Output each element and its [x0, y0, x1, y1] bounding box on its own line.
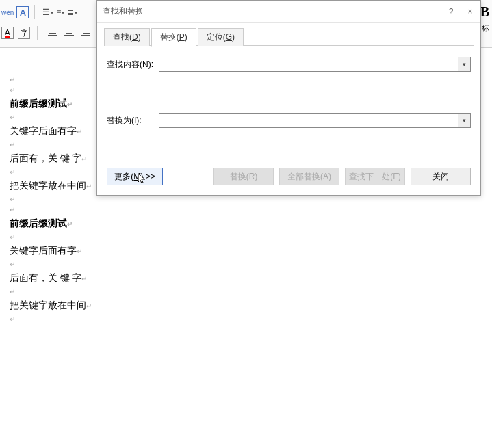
style-label: 标	[482, 23, 489, 34]
find-replace-dialog: 查找和替换 ? × 查找(D) 替换(P) 定位(G) 查找内容(N): ▾ 替…	[96, 0, 481, 196]
replace-one-button[interactable]: 替换(R)	[213, 168, 274, 185]
font-row: wén A ☰▾ ≡▾ ≣▾	[1, 5, 77, 19]
find-label: 查找内容(N):	[107, 59, 159, 70]
separator	[37, 26, 40, 40]
doc-paragraph[interactable]: ↵	[10, 287, 190, 296]
dialog-titlebar[interactable]: 查找和替换 ? ×	[97, 1, 480, 23]
close-icon[interactable]: ×	[465, 7, 475, 16]
doc-paragraph[interactable]: ↵	[10, 260, 190, 269]
align-center-button[interactable]	[63, 27, 75, 39]
replace-input-wrapper: ▾	[159, 113, 471, 128]
find-history-dropdown[interactable]: ▾	[458, 57, 470, 71]
dialog-button-row: 更多(M) >> 替换(R) 全部替换(A) 查找下一处(F) 关闭	[107, 168, 471, 185]
dialog-title: 查找和替换	[103, 5, 446, 17]
find-row: 查找内容(N): ▾	[107, 57, 471, 72]
find-next-button[interactable]: 查找下一处(F)	[345, 168, 405, 185]
close-button-label: 关闭	[432, 171, 449, 183]
replace-input[interactable]	[159, 114, 458, 127]
find-input[interactable]	[159, 57, 458, 71]
tab-replace[interactable]: 替换(P)	[151, 28, 196, 47]
tab-goto-label: 定位(G)	[207, 32, 235, 42]
align-left-button[interactable]	[47, 27, 59, 39]
separator	[34, 5, 37, 19]
doc-paragraph[interactable]: ↵	[10, 233, 190, 241]
replace-row: 替换为(I): ▾	[107, 113, 471, 128]
replace-history-dropdown[interactable]: ▾	[458, 114, 470, 127]
help-button[interactable]: ?	[446, 7, 456, 16]
doc-paragraph[interactable]: ↵	[10, 315, 190, 324]
enclose-char-button[interactable]: 字	[18, 27, 30, 39]
dialog-tabs: 查找(D) 替换(P) 定位(G)	[97, 23, 480, 46]
doc-paragraph[interactable]: 关键字后面有字↵	[10, 244, 190, 259]
align-right-button[interactable]	[79, 27, 92, 39]
chevron-down-icon: ▾	[62, 10, 64, 16]
phonetic-guide-label: wén	[1, 9, 14, 16]
doc-heading[interactable]: 前缀后缀测试↵	[10, 217, 190, 231]
bullets-button[interactable]: ☰▾	[42, 8, 53, 17]
tab-find-label: 查找(D)	[113, 32, 141, 42]
doc-paragraph[interactable]: ↵	[10, 195, 190, 204]
style-bold-sample: B	[480, 4, 489, 20]
dialog-body: 查找内容(N): ▾ 替换为(I): ▾	[97, 46, 480, 128]
chevron-down-icon: ▾	[463, 61, 466, 68]
doc-paragraph[interactable]: 把关键字放在中间↵	[10, 299, 190, 313]
replace-all-label: 全部替换(A)	[287, 171, 331, 183]
replace-label: 替换为(I):	[107, 115, 159, 127]
chevron-down-icon: ▾	[51, 10, 53, 16]
font-color-button[interactable]: A	[1, 27, 14, 39]
replace-one-label: 替换(R)	[230, 171, 258, 183]
more-button-label: 更多(M) >>	[114, 171, 155, 183]
chevron-down-icon: ▾	[463, 117, 466, 124]
tab-goto[interactable]: 定位(G)	[198, 28, 244, 46]
tab-find[interactable]: 查找(D)	[104, 28, 150, 46]
find-next-label: 查找下一处(F)	[349, 171, 400, 183]
replace-all-button[interactable]: 全部替换(A)	[279, 168, 339, 185]
numbering-button[interactable]: ≡▾	[56, 8, 64, 17]
multilevel-list-button[interactable]: ≣▾	[67, 8, 77, 17]
close-button[interactable]: 关闭	[411, 168, 471, 185]
doc-paragraph[interactable]: 后面有，关 键 字↵	[10, 272, 190, 286]
doc-paragraph[interactable]: ↵	[10, 205, 190, 214]
more-button[interactable]: 更多(M) >>	[107, 168, 163, 185]
tab-replace-label: 替换(P)	[160, 32, 187, 42]
chevron-down-icon: ▾	[75, 10, 77, 16]
find-input-wrapper: ▾	[159, 57, 471, 72]
char-border-button[interactable]: A	[16, 6, 29, 18]
